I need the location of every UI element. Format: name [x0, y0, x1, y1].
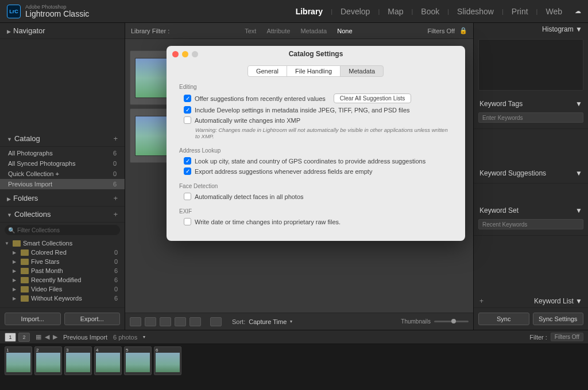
collections-panel-header[interactable]: ▼Collections+ — [0, 206, 125, 223]
module-map[interactable]: Map — [382, 5, 409, 18]
sort-value[interactable]: Capture Time — [249, 318, 287, 325]
view-grid-icon[interactable] — [130, 317, 141, 326]
film-thumbnail[interactable]: 4 — [94, 346, 122, 375]
film-thumbnail[interactable]: 1 — [5, 346, 32, 375]
smart-collection-icon — [21, 259, 29, 265]
smart-collection-icon — [21, 295, 29, 302]
view-loupe-icon[interactable] — [145, 317, 156, 326]
film-chevron-icon[interactable]: ▾ — [143, 334, 145, 340]
module-picker: Library| Develop| Map| Book| Slideshow| … — [290, 5, 581, 18]
checkbox-offer-suggestions[interactable]: ✓ — [184, 95, 191, 102]
folders-panel-header[interactable]: ▶Folders+ — [0, 190, 125, 206]
collection-without-keywords[interactable]: ▶Without Keywords6 — [0, 294, 125, 303]
lock-icon[interactable]: 🔒 — [459, 27, 467, 34]
keyword-set-header[interactable]: Keyword Set▼ — [474, 204, 588, 217]
export-button[interactable]: Export... — [64, 313, 121, 325]
cloud-sync-icon[interactable]: ☁ — [575, 7, 581, 15]
clear-suggestion-lists-button[interactable]: Clear All Suggestion Lists — [334, 93, 411, 103]
film-thumbnail[interactable]: 2 — [34, 346, 62, 375]
section-exif-title: EXIF — [179, 208, 452, 214]
import-button[interactable]: Import... — [5, 313, 61, 325]
collection-five-stars[interactable]: ▶Five Stars0 — [0, 257, 125, 266]
collection-past-month[interactable]: ▶Past Month6 — [0, 266, 125, 275]
sort-chevron-icon[interactable]: ▾ — [290, 319, 292, 324]
filter-tab-attribute[interactable]: Attribute — [264, 26, 292, 36]
module-web[interactable]: Web — [540, 5, 568, 18]
keyword-add-icon[interactable]: + — [479, 297, 483, 305]
filmstrip[interactable]: 1 2 3 4 5 6 — [0, 344, 588, 378]
filters-off-label[interactable]: Filters Off — [428, 28, 455, 34]
catalog-item-synced[interactable]: All Synced Photographs0 — [0, 158, 125, 169]
smart-collection-icon — [21, 286, 29, 292]
module-develop[interactable]: Develop — [335, 5, 376, 18]
dialog-tab-metadata[interactable]: Metadata — [340, 65, 384, 77]
film-filter-label: Filter : — [529, 334, 547, 341]
histogram-panel-header[interactable]: Histogram ▼ — [474, 23, 588, 36]
filter-tab-none[interactable]: None — [335, 26, 354, 36]
keyword-suggestions-header[interactable]: Keyword Suggestions▼ — [474, 167, 588, 180]
collection-colored-red[interactable]: ▶Colored Red0 — [0, 248, 125, 257]
section-address-title: Address Lookup — [179, 147, 452, 154]
histogram-display — [478, 39, 583, 91]
collections-add-icon[interactable]: + — [113, 210, 118, 219]
label-write-xmp: Automatically write changes into XMP — [195, 117, 300, 124]
keyword-set-select[interactable]: Recent Keywords — [478, 219, 583, 229]
dialog-title: Catalog Settings — [167, 50, 465, 58]
view-survey-icon[interactable] — [175, 317, 186, 326]
smart-collection-icon — [21, 277, 29, 283]
catalog-panel-header[interactable]: ▼Catalog+ — [0, 131, 125, 147]
sync-settings-button[interactable]: Sync Settings — [533, 313, 584, 325]
module-book[interactable]: Book — [415, 5, 445, 18]
grid-view-icon[interactable]: ▦ — [36, 333, 41, 341]
nav-prev-icon[interactable]: ◀ — [45, 333, 49, 341]
collection-recently-modified[interactable]: ▶Recently Modified6 — [0, 275, 125, 284]
catalog-item-quick[interactable]: Quick Collection +0 — [0, 169, 125, 179]
folders-add-icon[interactable]: + — [113, 194, 118, 202]
checkbox-export-address[interactable]: ✓ — [184, 167, 191, 175]
module-slideshow[interactable]: Slideshow — [451, 5, 500, 18]
section-editing-title: Editing — [179, 84, 452, 90]
module-library[interactable]: Library — [290, 5, 328, 18]
catalog-item-all[interactable]: All Photographs6 — [0, 148, 125, 158]
label-include-develop: Include Develop settings in metadata ins… — [195, 107, 410, 114]
view-page-2[interactable]: 2 — [18, 333, 30, 342]
view-page-1[interactable]: 1 — [5, 333, 16, 342]
navigator-panel-header[interactable]: ▶Navigator — [0, 23, 125, 39]
filter-tab-text[interactable]: Text — [242, 26, 258, 36]
smart-collection-icon — [21, 249, 29, 256]
app-logo: LrC Adobe Photoshop Lightroom Classic — [7, 5, 89, 18]
dialog-tab-general[interactable]: General — [247, 65, 287, 77]
filter-tab-metadata[interactable]: Metadata — [298, 26, 329, 36]
dialog-tab-file-handling[interactable]: File Handling — [287, 65, 341, 77]
film-source-label[interactable]: Previous Import — [63, 334, 107, 341]
label-gps-lookup: Look up city, state and country of GPS c… — [195, 158, 425, 165]
checkbox-write-xmp[interactable] — [184, 116, 191, 124]
collections-search-input[interactable]: 🔍Filter Collections — [5, 225, 120, 235]
painter-icon[interactable] — [210, 317, 222, 326]
film-thumbnail[interactable]: 6 — [154, 346, 181, 375]
collection-video-files[interactable]: ▶Video Files0 — [0, 284, 125, 294]
module-print[interactable]: Print — [506, 5, 534, 18]
folder-icon — [13, 240, 21, 247]
keyword-tags-input[interactable]: Enter Keywords — [478, 112, 583, 123]
film-thumbnail[interactable]: 5 — [124, 346, 152, 375]
checkbox-write-date-raw[interactable] — [184, 218, 191, 225]
checkbox-gps-lookup[interactable]: ✓ — [184, 157, 191, 165]
catalog-add-icon[interactable]: + — [113, 134, 118, 143]
film-filter-select[interactable]: Filters Off — [551, 333, 583, 341]
view-compare-icon[interactable] — [160, 317, 171, 326]
view-people-icon[interactable] — [189, 317, 201, 326]
thumbnail-size-slider[interactable] — [434, 321, 469, 322]
label-write-date-raw: Write date or time changes into propriet… — [195, 219, 341, 225]
film-thumbnail[interactable]: 3 — [64, 346, 92, 375]
keyword-tags-header[interactable]: Keyword Tags▼ — [474, 98, 588, 110]
keyword-list-header[interactable]: +Keyword List ▼ — [474, 295, 588, 307]
nav-next-icon[interactable]: ▶ — [53, 333, 57, 341]
label-auto-faces: Automatically detect faces in all photos — [195, 193, 304, 200]
smart-collections-group[interactable]: ▼Smart Collections — [0, 239, 125, 248]
sync-button[interactable]: Sync — [478, 313, 529, 325]
catalog-item-previous[interactable]: Previous Import6 — [0, 179, 125, 189]
checkbox-auto-faces[interactable] — [184, 193, 191, 200]
smart-collection-icon — [21, 268, 29, 274]
checkbox-include-develop[interactable]: ✓ — [184, 106, 191, 114]
